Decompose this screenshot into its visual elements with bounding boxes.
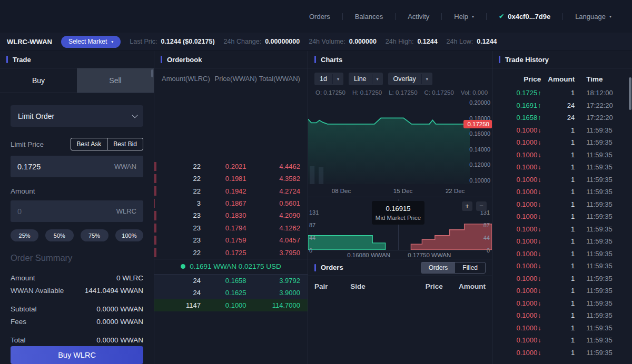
orders-table-headers: Pair Side Price Amount	[308, 276, 492, 294]
col-amount: Amount(WLRC)	[162, 75, 214, 83]
orderbook-ask-row[interactable]: 230.17594.0457	[154, 234, 308, 246]
trade-amount: 1	[541, 200, 575, 208]
ask-price: 0.1981	[214, 175, 258, 183]
trade-time: 11:59:35	[575, 311, 625, 319]
trade-history-row: 0.1000↓111:59:35	[492, 260, 632, 272]
nav-language-label: Language	[575, 13, 606, 21]
wallet-address-button[interactable]: ✔ 0x4cf0...7d9e	[487, 13, 562, 21]
best-ask-button[interactable]: Best Ask	[71, 138, 108, 150]
trade-history-row: 0.1000↓111:59:35	[492, 186, 632, 198]
order-type-value: Limit Order	[18, 112, 54, 120]
trade-amount: 1	[541, 237, 575, 245]
market-pair: WLRC-WWAN	[7, 38, 52, 46]
trade-panel-header: Trade	[0, 51, 154, 68]
trade-price: 0.1000↓	[500, 225, 541, 233]
interval-dropdown[interactable]: 1d ▾	[314, 73, 343, 85]
trade-amount: 1	[541, 349, 575, 357]
orderbook-ask-row[interactable]: 30.18670.5601	[154, 197, 308, 209]
percent-75-button[interactable]: 75%	[81, 229, 108, 241]
zoom-out-button[interactable]: −	[476, 201, 487, 211]
trade-time: 11:59:35	[575, 138, 625, 146]
chevron-down-icon: ▾	[421, 74, 432, 84]
orderbook-bid-row[interactable]: 240.16253.9000	[154, 287, 308, 299]
orderbook-ask-row[interactable]: 220.20214.4462	[154, 160, 308, 173]
trade-time: 11:59:35	[575, 349, 625, 357]
orderbook-ask-row[interactable]: 230.17944.1262	[154, 222, 308, 234]
trade-panel-scrollbar[interactable]	[151, 69, 153, 77]
orderbook-ask-row[interactable]: 220.17253.7950	[154, 246, 308, 258]
limit-price-input[interactable]: 0.1725 WWAN	[11, 156, 143, 177]
trade-price: 0.1000↓	[500, 250, 541, 258]
order-type-select[interactable]: Limit Order	[11, 105, 143, 127]
mid-market-price-value: 0.16915	[375, 205, 421, 213]
col-price: Price	[402, 282, 443, 290]
percent-50-button[interactable]: 50%	[45, 229, 73, 241]
chart-type-dropdown[interactable]: Line ▾	[349, 73, 383, 85]
percent-25-button[interactable]: 25%	[11, 229, 38, 241]
orderbook-panel-title: Orderbook	[167, 56, 202, 64]
trade-amount: 1	[541, 275, 575, 282]
overlay-dropdown[interactable]: Overlay ▾	[388, 73, 432, 85]
nav-activity[interactable]: Activity	[396, 13, 441, 21]
stat-value: 0.1244 ($0.02175)	[161, 38, 214, 45]
best-bid-button[interactable]: Best Bid	[107, 138, 143, 150]
ask-price: 0.1942	[214, 187, 258, 195]
tab-sell[interactable]: Sell	[77, 68, 154, 93]
trade-price: 0.1000↓	[500, 151, 541, 159]
depth-axis-label: 44	[309, 235, 315, 241]
ask-amount: 22	[162, 163, 214, 170]
ask-price: 0.1725	[214, 249, 258, 257]
orderbook-bid-row[interactable]: 240.16583.9792	[154, 275, 308, 287]
ask-amount: 23	[162, 211, 214, 219]
tab-buy[interactable]: Buy	[0, 68, 77, 93]
orderbook-bid-row[interactable]: 11470.1000114.7000	[154, 299, 308, 311]
stat-label: 24h Volume:	[309, 38, 345, 45]
orderbook-ask-row[interactable]: 230.18304.2090	[154, 209, 308, 221]
zoom-in-button[interactable]: +	[462, 201, 472, 211]
limit-price-label: Limit Price	[11, 140, 44, 148]
accent-bar	[314, 264, 316, 271]
depth-price-label: 0.17750 WWAN	[408, 252, 451, 258]
ask-amount: 22	[162, 175, 214, 183]
price-chart[interactable]: 0.200000.180000.160000.140000.120000.100…	[308, 97, 492, 197]
trade-amount: 1	[541, 299, 575, 307]
limit-price-value: 0.1725	[17, 163, 114, 171]
amount-input[interactable]: 0 WLRC	[11, 200, 143, 222]
select-market-button[interactable]: Select Market ▾	[61, 36, 121, 48]
trade-amount: 1	[541, 138, 575, 146]
interval-value: 1d	[314, 73, 332, 85]
price-axis-label: 0.10000	[469, 177, 490, 184]
trade-time: 11:59:35	[575, 200, 625, 208]
toggle-orders[interactable]: Orders	[421, 262, 456, 273]
depth-axis-label: 44	[483, 235, 490, 241]
orderbook-ask-row[interactable]: 220.19814.3582	[154, 173, 308, 185]
nav-help-dropdown[interactable]: Help ▾	[442, 13, 486, 21]
trade-form: Limit Order Limit Price Best Ask Best Bi…	[0, 93, 154, 364]
buy-submit-button[interactable]: Buy WLRC	[11, 346, 143, 364]
ask-depth-bar	[154, 211, 156, 220]
percent-100-button[interactable]: 100%	[115, 229, 143, 241]
ask-depth-bar	[154, 199, 155, 208]
col-price: Price	[500, 75, 541, 83]
trade-history-row: 0.1000↓111:59:35	[492, 149, 632, 161]
trade-time: 11:59:35	[575, 275, 625, 282]
price-line-svg	[308, 99, 470, 184]
nav-balances[interactable]: Balances	[343, 13, 395, 21]
summary-value: 0.0000 WWAN	[96, 305, 143, 313]
depth-chart[interactable]: + − 13113187874444000.16080 WWAN0.17750 …	[308, 197, 492, 259]
ask-amount: 23	[162, 224, 214, 232]
chevron-down-icon: ▾	[111, 39, 113, 44]
trade-history-title: Trade History	[505, 56, 549, 64]
summary-label: Amount	[11, 274, 35, 282]
price-chart-plot[interactable]	[308, 99, 470, 184]
nav-language-dropdown[interactable]: Language ▾	[563, 13, 624, 21]
orderbook-ask-row[interactable]: 220.19424.2724	[154, 185, 308, 197]
stat-value: 0.1244	[417, 38, 437, 45]
trade-history-scrollbar[interactable]	[629, 77, 631, 110]
ask-price: 0.1830	[214, 211, 258, 219]
trade-history-header: Trade History	[492, 51, 632, 68]
stat-24h-low: 24h Low: 0.1244	[447, 38, 497, 45]
toggle-filled[interactable]: Filled	[455, 262, 485, 273]
nav-orders[interactable]: Orders	[297, 13, 342, 21]
time-axis-label: 08 Dec	[332, 188, 351, 194]
